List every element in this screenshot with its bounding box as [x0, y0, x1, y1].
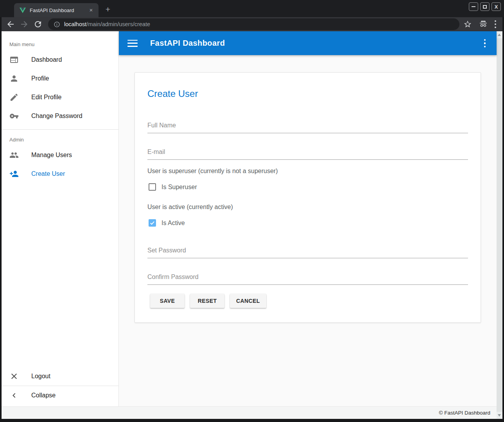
bookmark-star-icon[interactable]: [463, 20, 472, 29]
sidebar-item-change-password[interactable]: Change Password: [2, 107, 118, 125]
is-active-label: Is Active: [161, 220, 185, 227]
sidebar-item-label: Dashboard: [31, 56, 62, 63]
checkbox-checked-icon: [149, 219, 156, 227]
email-field[interactable]: E-mail: [147, 148, 468, 160]
logout-x-icon: [9, 372, 19, 381]
browser-titlebar: FastAPI Dashboard × + X: [0, 0, 504, 17]
browser-tab[interactable]: FastAPI Dashboard ×: [14, 3, 99, 17]
page-scrollbar[interactable]: [497, 31, 502, 419]
sidebar-item-collapse[interactable]: Collapse: [2, 386, 118, 405]
url-text: localhost/main/admin/users/create: [64, 21, 150, 27]
chevron-left-icon: [9, 391, 19, 400]
cancel-button[interactable]: CANCEL: [230, 294, 266, 308]
tab-close-icon[interactable]: ×: [88, 7, 95, 14]
incognito-icon: [479, 20, 488, 29]
window-close-button[interactable]: X: [491, 2, 501, 11]
email-placeholder: E-mail: [147, 148, 165, 155]
sidebar-item-edit-profile[interactable]: Edit Profile: [2, 88, 118, 107]
sidebar: Main menu Dashboard Profile Edit Profile…: [2, 31, 119, 406]
is-superuser-label: Is Superuser: [161, 184, 197, 191]
url-bar[interactable]: localhost/main/admin/users/create: [48, 18, 459, 30]
person-add-icon: [9, 169, 19, 179]
close-icon: X: [495, 4, 498, 9]
url-path: /main/admin/users/create: [86, 21, 150, 27]
scrollbar-up-icon[interactable]: [498, 34, 501, 36]
sidebar-item-label: Manage Users: [31, 152, 72, 159]
new-tab-button[interactable]: +: [102, 4, 113, 15]
key-icon: [9, 111, 19, 121]
sidebar-caption-admin: Admin: [2, 130, 118, 146]
confirm-password-placeholder: Confirm Password: [147, 274, 199, 280]
is-superuser-checkbox[interactable]: Is Superuser: [149, 183, 197, 191]
app-bar: FastAPI Dashboard: [119, 31, 497, 55]
sidebar-item-create-user[interactable]: Create User: [2, 165, 118, 183]
sidebar-item-label: Logout: [31, 373, 50, 380]
minimize-icon: [472, 6, 475, 7]
url-host: localhost: [64, 21, 86, 27]
set-password-field[interactable]: Set Password: [147, 246, 468, 258]
sidebar-item-label: Change Password: [31, 113, 83, 120]
sidebar-item-label: Edit Profile: [31, 94, 61, 101]
scrollbar-down-icon[interactable]: [498, 414, 501, 417]
tab-title: FastAPI Dashboard: [30, 7, 88, 13]
browser-toolbar: localhost/main/admin/users/create: [2, 17, 502, 31]
is-active-checkbox[interactable]: Is Active: [149, 219, 185, 227]
sidebar-item-profile[interactable]: Profile: [2, 69, 118, 88]
person-icon: [9, 74, 19, 83]
active-hint: User is active (currently active): [147, 204, 233, 211]
confirm-password-field[interactable]: Confirm Password: [147, 273, 468, 285]
create-user-card: Create User Full Name E-mail User is sup…: [135, 72, 481, 323]
dashboard-icon: [9, 55, 19, 64]
site-info-icon[interactable]: [54, 21, 60, 28]
sidebar-item-manage-users[interactable]: Manage Users: [2, 146, 118, 165]
app-bar-menu-icon[interactable]: [484, 39, 486, 48]
people-icon: [9, 150, 19, 160]
save-button[interactable]: SAVE: [150, 294, 185, 308]
form-actions: SAVE RESET CANCEL: [150, 294, 266, 308]
copyright-text: © FastAPI Dashboard: [439, 410, 490, 416]
page-title: Create User: [147, 88, 198, 99]
sidebar-item-label: Collapse: [31, 392, 56, 399]
sidebar-item-label: Create User: [31, 170, 65, 177]
sidebar-item-label: Profile: [31, 75, 49, 82]
browser-menu-icon[interactable]: [495, 20, 496, 28]
full-name-placeholder: Full Name: [147, 122, 176, 129]
superuser-hint: User is superuser (currently is not a su…: [147, 168, 278, 175]
vue-logo-icon: [20, 7, 26, 13]
full-name-field[interactable]: Full Name: [147, 121, 468, 133]
reset-button[interactable]: RESET: [190, 294, 224, 308]
back-icon[interactable]: [6, 20, 15, 29]
window-maximize-button[interactable]: [480, 2, 490, 11]
sidebar-item-logout[interactable]: Logout: [2, 367, 118, 386]
checkbox-unchecked-icon: [149, 183, 156, 191]
hamburger-menu-icon[interactable]: [127, 40, 138, 47]
maximize-icon: [483, 5, 487, 9]
pencil-icon: [9, 93, 19, 102]
set-password-placeholder: Set Password: [147, 247, 186, 254]
reload-icon[interactable]: [33, 20, 43, 29]
window-minimize-button[interactable]: [469, 2, 478, 11]
sidebar-caption-main-menu: Main menu: [2, 31, 118, 50]
page-footer: © FastAPI Dashboard: [2, 406, 497, 419]
scrollbar-thumb[interactable]: [497, 38, 502, 412]
page-content: Main menu Dashboard Profile Edit Profile…: [2, 31, 502, 419]
forward-icon[interactable]: [20, 20, 29, 29]
sidebar-item-dashboard[interactable]: Dashboard: [2, 50, 118, 69]
app-bar-title: FastAPI Dashboard: [150, 39, 225, 48]
sidebar-bottom: Logout Collapse: [2, 367, 118, 405]
